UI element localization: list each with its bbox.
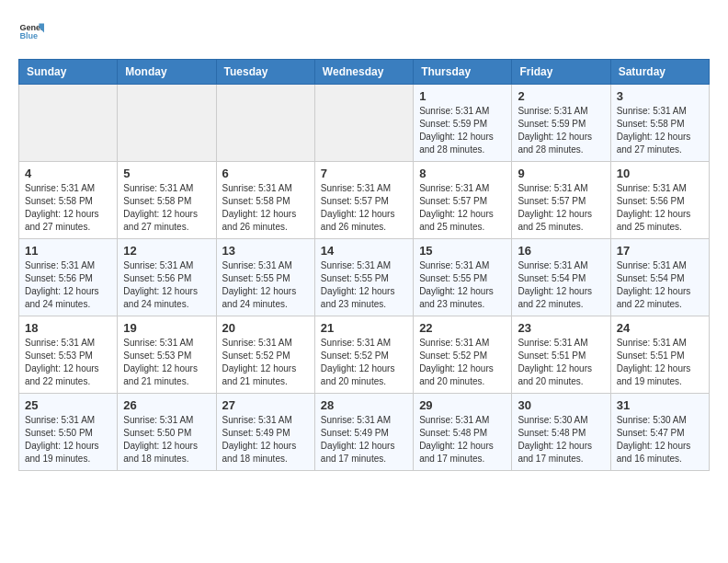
calendar-day: 4Sunrise: 5:31 AM Sunset: 5:58 PM Daylig… bbox=[19, 162, 118, 239]
calendar-day: 29Sunrise: 5:31 AM Sunset: 5:48 PM Dayli… bbox=[414, 394, 512, 471]
day-number: 18 bbox=[25, 321, 111, 335]
calendar-day: 5Sunrise: 5:31 AM Sunset: 5:58 PM Daylig… bbox=[118, 162, 216, 239]
day-number: 31 bbox=[617, 398, 703, 412]
calendar-week: 25Sunrise: 5:31 AM Sunset: 5:50 PM Dayli… bbox=[19, 394, 710, 471]
day-info: Sunrise: 5:31 AM Sunset: 5:58 PM Dayligh… bbox=[25, 182, 111, 234]
day-info: Sunrise: 5:31 AM Sunset: 5:54 PM Dayligh… bbox=[518, 259, 604, 311]
day-info: Sunrise: 5:31 AM Sunset: 5:49 PM Dayligh… bbox=[222, 414, 309, 465]
day-number: 21 bbox=[321, 321, 407, 335]
day-number: 16 bbox=[518, 244, 604, 258]
calendar-day: 28Sunrise: 5:31 AM Sunset: 5:49 PM Dayli… bbox=[314, 394, 413, 471]
day-info: Sunrise: 5:31 AM Sunset: 5:49 PM Dayligh… bbox=[321, 414, 407, 465]
day-number: 27 bbox=[222, 398, 309, 412]
calendar-day bbox=[314, 85, 413, 162]
day-number: 12 bbox=[123, 244, 210, 258]
day-number: 19 bbox=[123, 321, 210, 335]
calendar-body: 1Sunrise: 5:31 AM Sunset: 5:59 PM Daylig… bbox=[19, 85, 710, 471]
day-number: 2 bbox=[518, 89, 604, 103]
weekday-header: Thursday bbox=[414, 60, 512, 85]
day-number: 5 bbox=[123, 167, 210, 180]
day-info: Sunrise: 5:31 AM Sunset: 5:58 PM Dayligh… bbox=[617, 105, 703, 156]
day-info: Sunrise: 5:31 AM Sunset: 5:50 PM Dayligh… bbox=[123, 414, 210, 465]
calendar-day: 11Sunrise: 5:31 AM Sunset: 5:56 PM Dayli… bbox=[19, 239, 118, 316]
day-info: Sunrise: 5:31 AM Sunset: 5:51 PM Dayligh… bbox=[518, 337, 604, 388]
page-header: General Blue bbox=[18, 18, 710, 44]
calendar-header: SundayMondayTuesdayWednesdayThursdayFrid… bbox=[19, 60, 710, 85]
svg-text:Blue: Blue bbox=[19, 31, 38, 40]
calendar-table: SundayMondayTuesdayWednesdayThursdayFrid… bbox=[18, 59, 710, 471]
calendar-day: 26Sunrise: 5:31 AM Sunset: 5:50 PM Dayli… bbox=[118, 394, 216, 471]
day-info: Sunrise: 5:31 AM Sunset: 5:53 PM Dayligh… bbox=[123, 337, 210, 388]
calendar-day: 15Sunrise: 5:31 AM Sunset: 5:55 PM Dayli… bbox=[414, 239, 512, 316]
day-number: 3 bbox=[617, 89, 703, 103]
calendar-day: 19Sunrise: 5:31 AM Sunset: 5:53 PM Dayli… bbox=[118, 316, 216, 394]
day-info: Sunrise: 5:31 AM Sunset: 5:52 PM Dayligh… bbox=[321, 337, 407, 388]
calendar-week: 4Sunrise: 5:31 AM Sunset: 5:58 PM Daylig… bbox=[19, 162, 710, 239]
day-number: 1 bbox=[419, 89, 506, 103]
calendar-day: 23Sunrise: 5:31 AM Sunset: 5:51 PM Dayli… bbox=[512, 316, 610, 394]
calendar-day: 7Sunrise: 5:31 AM Sunset: 5:57 PM Daylig… bbox=[314, 162, 413, 239]
day-info: Sunrise: 5:31 AM Sunset: 5:52 PM Dayligh… bbox=[222, 337, 309, 388]
calendar-day: 27Sunrise: 5:31 AM Sunset: 5:49 PM Dayli… bbox=[216, 394, 314, 471]
day-number: 11 bbox=[25, 244, 111, 258]
day-info: Sunrise: 5:31 AM Sunset: 5:56 PM Dayligh… bbox=[25, 259, 111, 311]
calendar-day: 30Sunrise: 5:30 AM Sunset: 5:48 PM Dayli… bbox=[512, 394, 610, 471]
day-info: Sunrise: 5:31 AM Sunset: 5:56 PM Dayligh… bbox=[617, 182, 703, 234]
day-number: 10 bbox=[617, 167, 703, 180]
day-number: 7 bbox=[321, 167, 407, 180]
calendar-day: 24Sunrise: 5:31 AM Sunset: 5:51 PM Dayli… bbox=[610, 316, 709, 394]
calendar-day: 20Sunrise: 5:31 AM Sunset: 5:52 PM Dayli… bbox=[216, 316, 314, 394]
calendar-day: 18Sunrise: 5:31 AM Sunset: 5:53 PM Dayli… bbox=[19, 316, 118, 394]
day-number: 30 bbox=[518, 398, 604, 412]
calendar-day: 2Sunrise: 5:31 AM Sunset: 5:59 PM Daylig… bbox=[512, 85, 610, 162]
calendar-day bbox=[216, 85, 314, 162]
day-info: Sunrise: 5:31 AM Sunset: 5:50 PM Dayligh… bbox=[25, 414, 111, 465]
calendar-week: 11Sunrise: 5:31 AM Sunset: 5:56 PM Dayli… bbox=[19, 239, 710, 316]
day-info: Sunrise: 5:31 AM Sunset: 5:57 PM Dayligh… bbox=[419, 182, 506, 234]
day-info: Sunrise: 5:31 AM Sunset: 5:55 PM Dayligh… bbox=[222, 259, 309, 311]
day-number: 22 bbox=[419, 321, 506, 335]
day-info: Sunrise: 5:31 AM Sunset: 5:58 PM Dayligh… bbox=[123, 182, 210, 234]
day-number: 23 bbox=[518, 321, 604, 335]
day-info: Sunrise: 5:31 AM Sunset: 5:52 PM Dayligh… bbox=[419, 337, 506, 388]
calendar-day bbox=[19, 85, 118, 162]
day-info: Sunrise: 5:30 AM Sunset: 5:48 PM Dayligh… bbox=[518, 414, 604, 465]
calendar-day: 22Sunrise: 5:31 AM Sunset: 5:52 PM Dayli… bbox=[414, 316, 512, 394]
calendar-day: 17Sunrise: 5:31 AM Sunset: 5:54 PM Dayli… bbox=[610, 239, 709, 316]
day-info: Sunrise: 5:31 AM Sunset: 5:53 PM Dayligh… bbox=[25, 337, 111, 388]
logo: General Blue bbox=[18, 18, 44, 44]
calendar-day: 16Sunrise: 5:31 AM Sunset: 5:54 PM Dayli… bbox=[512, 239, 610, 316]
day-number: 28 bbox=[321, 398, 407, 412]
day-number: 15 bbox=[419, 244, 506, 258]
calendar-day: 14Sunrise: 5:31 AM Sunset: 5:55 PM Dayli… bbox=[314, 239, 413, 316]
calendar-day: 25Sunrise: 5:31 AM Sunset: 5:50 PM Dayli… bbox=[19, 394, 118, 471]
day-number: 14 bbox=[321, 244, 407, 258]
day-number: 13 bbox=[222, 244, 309, 258]
day-info: Sunrise: 5:31 AM Sunset: 5:59 PM Dayligh… bbox=[518, 105, 604, 156]
day-number: 20 bbox=[222, 321, 309, 335]
weekday-header: Sunday bbox=[19, 60, 118, 85]
calendar-day: 13Sunrise: 5:31 AM Sunset: 5:55 PM Dayli… bbox=[216, 239, 314, 316]
day-number: 4 bbox=[25, 167, 111, 180]
day-number: 25 bbox=[25, 398, 111, 412]
weekday-header: Friday bbox=[512, 60, 610, 85]
day-number: 26 bbox=[123, 398, 210, 412]
day-number: 6 bbox=[222, 167, 309, 180]
day-info: Sunrise: 5:31 AM Sunset: 5:55 PM Dayligh… bbox=[419, 259, 506, 311]
day-info: Sunrise: 5:31 AM Sunset: 5:57 PM Dayligh… bbox=[321, 182, 407, 234]
calendar-day bbox=[118, 85, 216, 162]
calendar-day: 9Sunrise: 5:31 AM Sunset: 5:57 PM Daylig… bbox=[512, 162, 610, 239]
day-info: Sunrise: 5:31 AM Sunset: 5:57 PM Dayligh… bbox=[518, 182, 604, 234]
day-number: 29 bbox=[419, 398, 506, 412]
logo-icon: General Blue bbox=[18, 18, 44, 44]
calendar-day: 10Sunrise: 5:31 AM Sunset: 5:56 PM Dayli… bbox=[610, 162, 709, 239]
calendar-day: 3Sunrise: 5:31 AM Sunset: 5:58 PM Daylig… bbox=[610, 85, 709, 162]
calendar-day: 12Sunrise: 5:31 AM Sunset: 5:56 PM Dayli… bbox=[118, 239, 216, 316]
day-info: Sunrise: 5:31 AM Sunset: 5:55 PM Dayligh… bbox=[321, 259, 407, 311]
day-info: Sunrise: 5:31 AM Sunset: 5:59 PM Dayligh… bbox=[419, 105, 506, 156]
day-number: 24 bbox=[617, 321, 703, 335]
weekday-header: Saturday bbox=[610, 60, 709, 85]
day-info: Sunrise: 5:31 AM Sunset: 5:51 PM Dayligh… bbox=[617, 337, 703, 388]
calendar-day: 31Sunrise: 5:30 AM Sunset: 5:47 PM Dayli… bbox=[610, 394, 709, 471]
day-number: 9 bbox=[518, 167, 604, 180]
